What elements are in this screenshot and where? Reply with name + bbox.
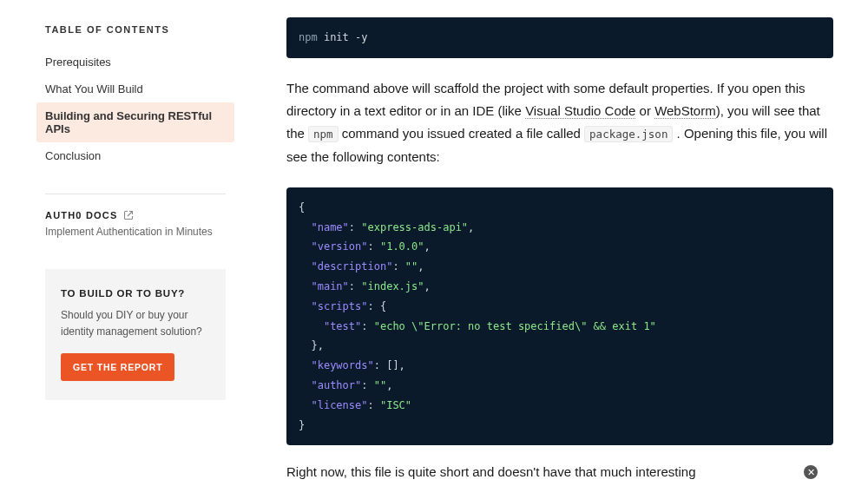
toc-item-building-securing[interactable]: Building and Securing RESTful APIs <box>36 102 234 142</box>
promo-box: TO BUILD OR TO BUY? Should you DIY or bu… <box>45 269 226 400</box>
toc-list: Prerequisites What You Will Build Buildi… <box>45 49 226 169</box>
promo-text: Should you DIY or buy your identity mana… <box>61 307 210 339</box>
paragraph-rightnow: Right now, this file is quite short and … <box>286 464 833 479</box>
cmd-rest: init -y <box>318 31 368 43</box>
external-link-icon <box>123 210 134 220</box>
toc-item-what-you-will-build[interactable]: What You Will Build <box>36 76 234 102</box>
code-block-npm-init: npm init -y <box>286 17 833 58</box>
link-vscode[interactable]: Visual Studio Code <box>525 103 635 119</box>
promo-title: TO BUILD OR TO BUY? <box>61 288 210 299</box>
divider <box>45 194 226 194</box>
inline-code-packagejson: package.json <box>584 126 673 142</box>
toc-title: TABLE OF CONTENTS <box>45 24 226 35</box>
get-report-button[interactable]: GET THE REPORT <box>61 353 174 381</box>
article-main: npm init -y The command above will scaff… <box>243 0 868 486</box>
text: command you issued created a file called <box>339 126 584 141</box>
link-webstorm[interactable]: WebStorm <box>654 103 716 119</box>
auth0-sub: Implement Authentication in Minutes <box>45 226 226 238</box>
auth0-docs-label: AUTH0 DOCS <box>45 210 118 220</box>
toc-item-prerequisites[interactable]: Prerequisites <box>36 49 234 76</box>
code-block-packagejson: { "name": "express-ads-api", "version": … <box>286 187 833 446</box>
close-icon[interactable]: ✕ <box>804 465 818 479</box>
inline-code-npm: npm <box>308 126 339 142</box>
auth0-docs-link[interactable]: AUTH0 DOCS <box>45 210 226 220</box>
toc-item-conclusion[interactable]: Conclusion <box>36 142 234 169</box>
paragraph-scaffold: The command above will scaffold the proj… <box>286 77 833 168</box>
cmd-prefix: npm <box>299 31 318 43</box>
sidebar: TABLE OF CONTENTS Prerequisites What You… <box>0 0 243 486</box>
text: or <box>635 103 654 118</box>
